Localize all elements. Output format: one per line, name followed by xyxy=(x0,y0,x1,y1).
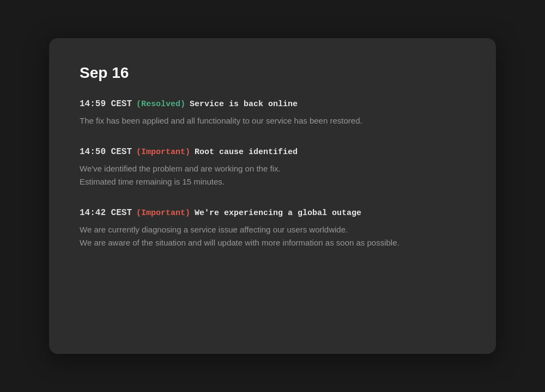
date-heading: Sep 16 xyxy=(80,64,465,82)
incident-header-3: 14:42 CEST (Important) We're experiencin… xyxy=(80,208,465,218)
status-card: Sep 16 14:59 CEST (Resolved) Service is … xyxy=(49,38,496,354)
incident-title-2: Root cause identified xyxy=(195,148,298,157)
incident-timestamp-2: 14:50 CEST xyxy=(80,147,132,157)
incident-title-3: We're experiencing a global outage xyxy=(195,209,361,218)
incident-entry-3: 14:42 CEST (Important) We're experiencin… xyxy=(80,208,465,249)
incident-badge-2: (Important) xyxy=(136,148,190,157)
incident-description-2: We've identified the problem and are wor… xyxy=(80,162,465,188)
incident-timestamp-1: 14:59 CEST xyxy=(80,99,132,109)
incident-description-1: The fix has been applied and all functio… xyxy=(80,114,465,127)
incident-badge-3: (Important) xyxy=(136,209,190,218)
incident-entry-1: 14:59 CEST (Resolved) Service is back on… xyxy=(80,99,465,127)
incident-entry-2: 14:50 CEST (Important) Root cause identi… xyxy=(80,147,465,188)
incident-header-2: 14:50 CEST (Important) Root cause identi… xyxy=(80,147,465,157)
incident-timestamp-3: 14:42 CEST xyxy=(80,208,132,218)
incident-header-1: 14:59 CEST (Resolved) Service is back on… xyxy=(80,99,465,109)
incident-badge-1: (Resolved) xyxy=(136,100,185,109)
incident-title-1: Service is back online xyxy=(190,100,298,109)
incident-description-3: We are currently diagnosing a service is… xyxy=(80,223,465,249)
